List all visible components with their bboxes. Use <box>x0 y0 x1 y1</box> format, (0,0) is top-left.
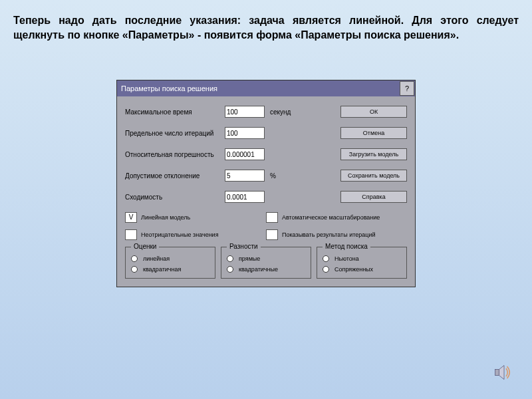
derivatives-forward-radio[interactable] <box>227 255 233 262</box>
estimates-linear-label: линейная <box>143 255 170 262</box>
tolerance-label: Допустимое отклонение <box>125 172 225 180</box>
showiter-checkbox[interactable] <box>266 229 278 240</box>
autoscale-checkbox[interactable] <box>266 212 278 223</box>
tolerance-input[interactable] <box>225 170 265 182</box>
derivatives-central-radio[interactable] <box>227 266 233 273</box>
derivatives-central-label: квадратичные <box>239 266 278 273</box>
speaker-icon <box>492 362 512 382</box>
svg-marker-1 <box>499 366 505 380</box>
max-time-unit: секунд <box>270 108 297 116</box>
nonneg-label: Неотрицательные значения <box>141 231 219 238</box>
intro-text: Теперь надо дать последние указания: зад… <box>0 0 532 50</box>
estimates-title: Оценки <box>131 243 159 250</box>
dialog-title: Параметры поиска решения <box>117 84 399 92</box>
rel-error-label: Относительная погрешность <box>125 151 225 158</box>
estimates-quadratic-label: квадратичная <box>143 266 181 273</box>
help-button[interactable]: ? <box>400 81 414 96</box>
help-ref-button[interactable]: Справка <box>340 191 407 203</box>
search-newton-label: Ньютона <box>334 255 359 262</box>
load-model-button[interactable]: Загрузить модель <box>340 148 407 160</box>
estimates-quadratic-radio[interactable] <box>131 266 138 273</box>
search-group: Метод поиска Ньютона Сопряженных <box>317 247 407 279</box>
estimates-linear-radio[interactable] <box>131 255 138 262</box>
estimates-group: Оценки линейная квадратичная <box>125 247 215 279</box>
save-model-button[interactable]: Сохранить модель <box>340 170 407 182</box>
titlebar: Параметры поиска решения ? <box>117 80 415 96</box>
ok-button[interactable]: ОК <box>340 106 407 118</box>
max-time-label: Максимальное время <box>125 108 225 116</box>
showiter-label: Показывать результаты итераций <box>282 231 375 238</box>
linear-model-checkbox[interactable]: V <box>125 212 137 223</box>
derivatives-group: Разности прямые квадратичные <box>221 247 311 279</box>
search-conjugate-label: Сопряженных <box>334 266 373 273</box>
linear-model-label: Линейная модель <box>141 214 190 221</box>
rel-error-input[interactable] <box>225 148 265 160</box>
max-time-input[interactable] <box>225 106 265 118</box>
tolerance-unit: % <box>270 172 297 180</box>
convergence-label: Сходимость <box>125 194 225 201</box>
nonneg-checkbox[interactable] <box>125 229 137 240</box>
autoscale-label: Автоматическое масштабирование <box>282 214 380 221</box>
dialog-body: Максимальное время секунд ОК Предельное … <box>117 96 415 287</box>
derivatives-title: Разности <box>227 243 261 250</box>
svg-rect-0 <box>495 370 499 376</box>
max-iter-input[interactable] <box>225 127 265 139</box>
convergence-input[interactable] <box>225 191 265 203</box>
max-iter-label: Предельное число итераций <box>125 130 225 137</box>
cancel-button[interactable]: Отмена <box>340 127 407 139</box>
search-title: Метод поиска <box>323 243 370 250</box>
derivatives-forward-label: прямые <box>239 255 260 262</box>
search-newton-radio[interactable] <box>323 255 329 262</box>
search-conjugate-radio[interactable] <box>323 266 329 273</box>
solver-params-dialog: Параметры поиска решения ? Максимальное … <box>116 80 416 287</box>
